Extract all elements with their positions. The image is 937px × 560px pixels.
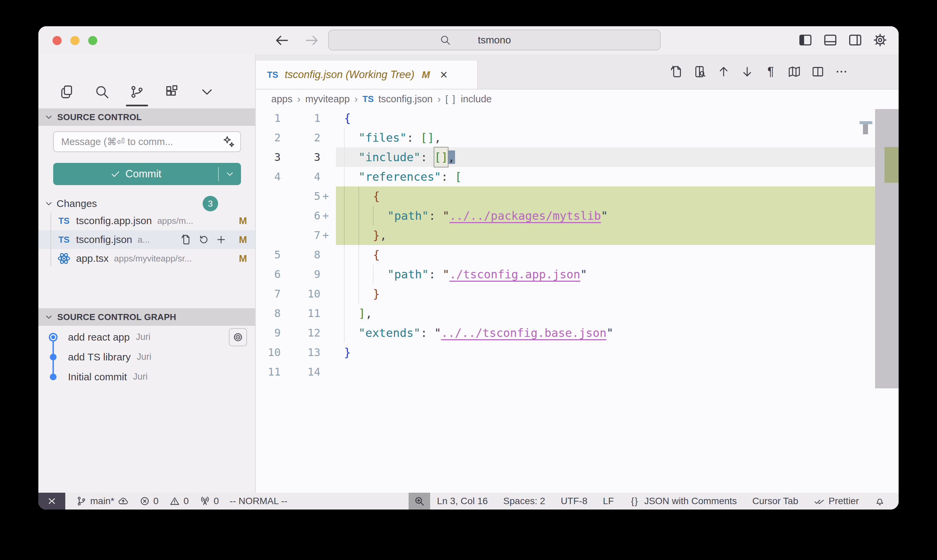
code-line[interactable]: 58 { <box>256 245 899 265</box>
code-line[interactable]: 1013} <box>256 343 899 362</box>
code-line[interactable]: 69 "path": "./tsconfig.app.json" <box>256 265 899 284</box>
settings-gear-icon[interactable] <box>872 32 888 48</box>
chevron-down-icon <box>45 313 53 322</box>
added-line-plus <box>320 245 336 265</box>
diff-editor[interactable]: 11{22 "files": [],33 "include": [],44 "r… <box>256 108 899 493</box>
code-line[interactable]: 710 } <box>256 284 899 303</box>
status-indentation[interactable]: Spaces: 2 <box>503 496 545 506</box>
minimize-window-button[interactable] <box>70 36 79 45</box>
modified-line-number: 5 <box>281 186 320 206</box>
open-file-icon[interactable] <box>180 234 192 245</box>
tab-tsconfig-working-tree[interactable]: TS tsconfig.json (Working Tree) M × <box>256 61 478 89</box>
next-change-icon[interactable] <box>740 65 754 78</box>
added-line-plus <box>320 128 336 148</box>
code-line[interactable]: 33 "include": [], <box>256 148 899 167</box>
status-encoding[interactable]: UTF-8 <box>561 496 587 506</box>
modified-line-number: 10 <box>281 284 320 303</box>
split-editor-icon[interactable] <box>811 65 825 78</box>
scm-file-row[interactable]: app.tsxapps/myviteapp/sr...M <box>38 249 255 268</box>
stage-plus-icon[interactable] <box>215 234 227 245</box>
added-line-plus <box>320 167 336 186</box>
explorer-files-icon[interactable] <box>59 84 75 100</box>
code-line[interactable]: 22 "files": [], <box>256 128 899 148</box>
file-name: app.tsx <box>76 253 109 264</box>
code-text: { <box>336 245 899 265</box>
code-line[interactable]: 811 ], <box>256 303 899 323</box>
commit-message: add TS library <box>68 351 131 363</box>
code-text: }, <box>336 226 899 245</box>
status-formatter[interactable]: Prettier <box>814 496 859 506</box>
open-changes-icon[interactable] <box>670 65 683 78</box>
check-icon <box>110 169 121 179</box>
status-branch[interactable]: main* <box>76 496 129 506</box>
added-line-plus <box>320 323 336 343</box>
inline-view-icon[interactable] <box>693 65 707 78</box>
scm-file-row[interactable]: TStsconfig.app.jsonapps/m...M <box>38 211 255 230</box>
breadcrumb-item[interactable]: apps <box>271 94 292 105</box>
commit-row[interactable]: Initial commitJuri <box>38 367 255 387</box>
source-control-icon[interactable] <box>129 84 145 100</box>
breadcrumb-item[interactable]: myviteapp <box>305 94 350 105</box>
status-warnings[interactable]: 0 <box>169 496 189 506</box>
breadcrumb-item[interactable]: include <box>461 94 492 105</box>
chevron-down-icon[interactable] <box>199 84 215 100</box>
close-window-button[interactable] <box>52 36 62 45</box>
code-line[interactable]: 7+ }, <box>256 226 899 245</box>
status-cursor-tab[interactable]: Cursor Tab <box>752 496 798 506</box>
file-path: apps/myviteapp/sr... <box>114 254 192 264</box>
status-cursor-position[interactable]: Ln 3, Col 16 <box>437 496 488 506</box>
commit-author: Juri <box>135 332 151 342</box>
code-line[interactable]: 5+ { <box>256 186 899 206</box>
status-errors[interactable]: 0 <box>139 496 159 506</box>
history-back-button[interactable] <box>274 32 290 48</box>
code-text: "include": [], <box>336 148 899 167</box>
status-language-mode[interactable]: {}JSON with Comments <box>629 496 737 506</box>
source-control-graph-header[interactable]: SOURCE CONTROL GRAPH <box>38 308 255 326</box>
more-actions-icon[interactable] <box>835 65 848 78</box>
code-line[interactable]: 44 "references": [ <box>256 167 899 186</box>
pilcrow-icon[interactable]: ¶ <box>764 65 777 78</box>
modified-line-number: 11 <box>281 303 320 323</box>
status-ports[interactable]: 0 <box>200 496 219 506</box>
toggle-panel-icon[interactable] <box>823 32 838 48</box>
close-tab-button[interactable]: × <box>440 68 448 81</box>
goto-commit-button[interactable] <box>229 328 247 346</box>
source-control-header[interactable]: SOURCE CONTROL <box>38 108 255 126</box>
commit-dropdown-button[interactable] <box>219 163 241 185</box>
tab-strip: TS tsconfig.json (Working Tree) M × ¶ <box>256 54 899 89</box>
maximize-window-button[interactable] <box>88 36 97 45</box>
sparkle-ai-icon[interactable] <box>222 135 235 149</box>
path-link: ./tsconfig.app.json <box>449 268 580 281</box>
commit-button[interactable]: Commit <box>53 163 218 185</box>
original-line-number: 11 <box>256 362 281 382</box>
command-center-search[interactable] <box>328 29 661 51</box>
status-eol[interactable]: LF <box>603 496 614 506</box>
status-vim-mode[interactable]: -- NORMAL -- <box>229 496 288 506</box>
history-forward-button[interactable] <box>303 32 320 48</box>
search-icon[interactable] <box>94 84 110 100</box>
commit-message-input[interactable] <box>53 131 241 152</box>
commit-row[interactable]: add react appJuri <box>38 327 255 347</box>
status-notifications[interactable] <box>874 496 885 506</box>
code-line[interactable]: 11{ <box>256 108 899 128</box>
remote-indicator[interactable] <box>38 493 65 509</box>
zoom-indicator[interactable] <box>409 493 430 509</box>
previous-change-icon[interactable] <box>717 65 730 78</box>
map-icon[interactable] <box>788 65 801 78</box>
changes-section-header[interactable]: Changes 3 <box>38 196 255 211</box>
breadcrumb-separator: › <box>354 93 358 105</box>
commit-message: add react app <box>68 331 129 343</box>
code-line[interactable]: 6+ "path": "../../packages/mytslib" <box>256 206 899 226</box>
commit-row[interactable]: add TS libraryJuri <box>38 347 255 367</box>
code-line[interactable]: 1114 <box>256 362 899 382</box>
discard-changes-icon[interactable] <box>198 234 209 245</box>
commit-graph-rail <box>38 354 68 360</box>
extensions-icon[interactable] <box>164 84 180 100</box>
code-line[interactable]: 912 "extends": "../../tsconfig.base.json… <box>256 323 899 343</box>
breadcrumb-item[interactable]: tsconfig.json <box>378 94 432 105</box>
original-line-number: 3 <box>256 148 281 167</box>
toggle-right-sidebar-icon[interactable] <box>848 32 863 48</box>
code-text: } <box>336 343 899 362</box>
scm-file-row[interactable]: TStsconfig.jsona...M <box>38 230 255 249</box>
toggle-left-sidebar-icon[interactable] <box>798 32 813 48</box>
